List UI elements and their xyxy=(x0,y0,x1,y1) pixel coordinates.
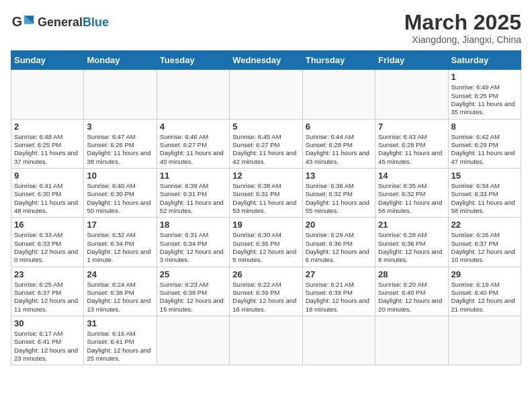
calendar-day-cell: 25Sunrise: 6:23 AM Sunset: 6:38 PM Dayli… xyxy=(157,267,229,316)
day-info: Sunrise: 6:29 AM Sunset: 6:36 PM Dayligh… xyxy=(306,231,372,264)
day-info: Sunrise: 6:43 AM Sunset: 6:28 PM Dayligh… xyxy=(378,133,445,166)
calendar-day-cell: 20Sunrise: 6:29 AM Sunset: 6:36 PM Dayli… xyxy=(302,218,375,267)
day-info: Sunrise: 6:38 AM Sunset: 6:31 PM Dayligh… xyxy=(232,182,299,215)
day-info: Sunrise: 6:21 AM Sunset: 6:39 PM Dayligh… xyxy=(306,281,372,314)
calendar-week-row: 1Sunrise: 6:49 AM Sunset: 6:25 PM Daylig… xyxy=(11,70,521,119)
calendar-day-cell: 10Sunrise: 6:40 AM Sunset: 6:30 PM Dayli… xyxy=(84,168,157,217)
day-number: 19 xyxy=(232,220,299,230)
calendar-week-row: 30Sunrise: 6:17 AM Sunset: 6:41 PM Dayli… xyxy=(11,316,521,365)
calendar-day-cell xyxy=(375,316,448,365)
day-info: Sunrise: 6:26 AM Sunset: 6:37 PM Dayligh… xyxy=(451,231,518,264)
calendar-day-cell xyxy=(84,70,157,119)
calendar-day-cell: 29Sunrise: 6:19 AM Sunset: 6:40 PM Dayli… xyxy=(448,267,521,316)
svg-text:G: G xyxy=(12,14,22,29)
day-info: Sunrise: 6:24 AM Sunset: 6:38 PM Dayligh… xyxy=(87,281,153,314)
day-number: 16 xyxy=(14,220,81,230)
day-number: 1 xyxy=(451,72,518,82)
calendar-day-cell xyxy=(157,316,229,365)
location: Xiangdong, Jiangxi, China xyxy=(404,34,521,45)
day-number: 11 xyxy=(160,171,226,181)
day-number: 21 xyxy=(378,220,445,230)
day-number: 28 xyxy=(378,269,445,279)
day-info: Sunrise: 6:40 AM Sunset: 6:30 PM Dayligh… xyxy=(87,182,153,215)
calendar-day-cell: 14Sunrise: 6:35 AM Sunset: 6:32 PM Dayli… xyxy=(375,168,448,217)
day-info: Sunrise: 6:49 AM Sunset: 6:25 PM Dayligh… xyxy=(451,83,518,116)
day-number: 24 xyxy=(87,269,153,279)
calendar-day-cell: 22Sunrise: 6:26 AM Sunset: 6:37 PM Dayli… xyxy=(448,218,521,267)
day-info: Sunrise: 6:36 AM Sunset: 6:32 PM Dayligh… xyxy=(306,182,372,215)
day-number: 30 xyxy=(14,318,81,328)
calendar-day-cell: 3Sunrise: 6:47 AM Sunset: 6:26 PM Daylig… xyxy=(84,119,157,168)
calendar-day-cell: 5Sunrise: 6:45 AM Sunset: 6:27 PM Daylig… xyxy=(230,119,302,168)
calendar-day-cell: 12Sunrise: 6:38 AM Sunset: 6:31 PM Dayli… xyxy=(230,168,302,217)
day-info: Sunrise: 6:46 AM Sunset: 6:27 PM Dayligh… xyxy=(160,133,226,166)
day-info: Sunrise: 6:30 AM Sunset: 6:35 PM Dayligh… xyxy=(232,231,299,264)
day-number: 23 xyxy=(14,269,81,279)
day-number: 25 xyxy=(160,269,226,279)
day-info: Sunrise: 6:44 AM Sunset: 6:28 PM Dayligh… xyxy=(306,133,372,166)
day-info: Sunrise: 6:39 AM Sunset: 6:31 PM Dayligh… xyxy=(160,182,226,215)
day-number: 22 xyxy=(451,220,518,230)
day-number: 17 xyxy=(87,220,153,230)
calendar-week-row: 9Sunrise: 6:41 AM Sunset: 6:30 PM Daylig… xyxy=(11,168,521,217)
day-number: 5 xyxy=(232,122,299,132)
calendar-day-cell: 2Sunrise: 6:48 AM Sunset: 6:25 PM Daylig… xyxy=(11,119,84,168)
calendar-day-cell: 11Sunrise: 6:39 AM Sunset: 6:31 PM Dayli… xyxy=(157,168,229,217)
calendar-day-cell: 8Sunrise: 6:42 AM Sunset: 6:29 PM Daylig… xyxy=(448,119,521,168)
month-title: March 2025 xyxy=(404,11,521,34)
day-of-week-header: Tuesday xyxy=(157,51,229,70)
day-info: Sunrise: 6:32 AM Sunset: 6:34 PM Dayligh… xyxy=(87,231,153,264)
calendar-week-row: 2Sunrise: 6:48 AM Sunset: 6:25 PM Daylig… xyxy=(11,119,521,168)
day-of-week-header: Wednesday xyxy=(230,51,302,70)
calendar-day-cell xyxy=(11,70,84,119)
calendar-day-cell: 9Sunrise: 6:41 AM Sunset: 6:30 PM Daylig… xyxy=(11,168,84,217)
day-number: 10 xyxy=(87,171,153,181)
day-info: Sunrise: 6:19 AM Sunset: 6:40 PM Dayligh… xyxy=(451,281,518,314)
generalblue-logo-icon: G xyxy=(11,11,35,35)
calendar-day-cell: 17Sunrise: 6:32 AM Sunset: 6:34 PM Dayli… xyxy=(84,218,157,267)
logo: G GeneralBlue xyxy=(11,11,109,35)
day-of-week-header: Thursday xyxy=(302,51,375,70)
calendar-day-cell xyxy=(157,70,229,119)
day-number: 8 xyxy=(451,122,518,132)
calendar-day-cell xyxy=(302,316,375,365)
calendar-day-cell: 31Sunrise: 6:16 AM Sunset: 6:41 PM Dayli… xyxy=(84,316,157,365)
day-info: Sunrise: 6:34 AM Sunset: 6:33 PM Dayligh… xyxy=(451,182,518,215)
calendar-week-row: 16Sunrise: 6:33 AM Sunset: 6:33 PM Dayli… xyxy=(11,218,521,267)
day-number: 3 xyxy=(87,122,153,132)
day-number: 2 xyxy=(14,122,81,132)
calendar-day-cell: 23Sunrise: 6:25 AM Sunset: 6:37 PM Dayli… xyxy=(11,267,84,316)
calendar-day-cell xyxy=(230,70,302,119)
day-number: 18 xyxy=(160,220,226,230)
calendar-day-cell: 4Sunrise: 6:46 AM Sunset: 6:27 PM Daylig… xyxy=(157,119,229,168)
calendar-day-cell: 1Sunrise: 6:49 AM Sunset: 6:25 PM Daylig… xyxy=(448,70,521,119)
calendar-day-cell xyxy=(375,70,448,119)
day-info: Sunrise: 6:22 AM Sunset: 6:39 PM Dayligh… xyxy=(232,281,299,314)
calendar-day-cell: 13Sunrise: 6:36 AM Sunset: 6:32 PM Dayli… xyxy=(302,168,375,217)
day-info: Sunrise: 6:23 AM Sunset: 6:38 PM Dayligh… xyxy=(160,281,226,314)
calendar-day-cell: 30Sunrise: 6:17 AM Sunset: 6:41 PM Dayli… xyxy=(11,316,84,365)
day-number: 29 xyxy=(451,269,518,279)
day-info: Sunrise: 6:17 AM Sunset: 6:41 PM Dayligh… xyxy=(14,330,81,363)
day-info: Sunrise: 6:41 AM Sunset: 6:30 PM Dayligh… xyxy=(14,182,81,215)
logo-text: GeneralBlue xyxy=(38,16,109,30)
calendar-day-cell: 27Sunrise: 6:21 AM Sunset: 6:39 PM Dayli… xyxy=(302,267,375,316)
day-number: 26 xyxy=(232,269,299,279)
calendar-day-cell: 19Sunrise: 6:30 AM Sunset: 6:35 PM Dayli… xyxy=(230,218,302,267)
day-info: Sunrise: 6:25 AM Sunset: 6:37 PM Dayligh… xyxy=(14,281,81,314)
day-number: 15 xyxy=(451,171,518,181)
calendar-day-cell xyxy=(448,316,521,365)
calendar-day-cell: 6Sunrise: 6:44 AM Sunset: 6:28 PM Daylig… xyxy=(302,119,375,168)
day-number: 6 xyxy=(306,122,372,132)
day-info: Sunrise: 6:35 AM Sunset: 6:32 PM Dayligh… xyxy=(378,182,445,215)
day-info: Sunrise: 6:31 AM Sunset: 6:34 PM Dayligh… xyxy=(160,231,226,264)
calendar-header-row: SundayMondayTuesdayWednesdayThursdayFrid… xyxy=(11,51,521,70)
calendar-week-row: 23Sunrise: 6:25 AM Sunset: 6:37 PM Dayli… xyxy=(11,267,521,316)
day-info: Sunrise: 6:28 AM Sunset: 6:36 PM Dayligh… xyxy=(378,231,445,264)
day-number: 14 xyxy=(378,171,445,181)
calendar-day-cell: 16Sunrise: 6:33 AM Sunset: 6:33 PM Dayli… xyxy=(11,218,84,267)
calendar-day-cell: 26Sunrise: 6:22 AM Sunset: 6:39 PM Dayli… xyxy=(230,267,302,316)
calendar-day-cell: 28Sunrise: 6:20 AM Sunset: 6:40 PM Dayli… xyxy=(375,267,448,316)
day-of-week-header: Sunday xyxy=(11,51,84,70)
day-number: 31 xyxy=(87,318,153,328)
